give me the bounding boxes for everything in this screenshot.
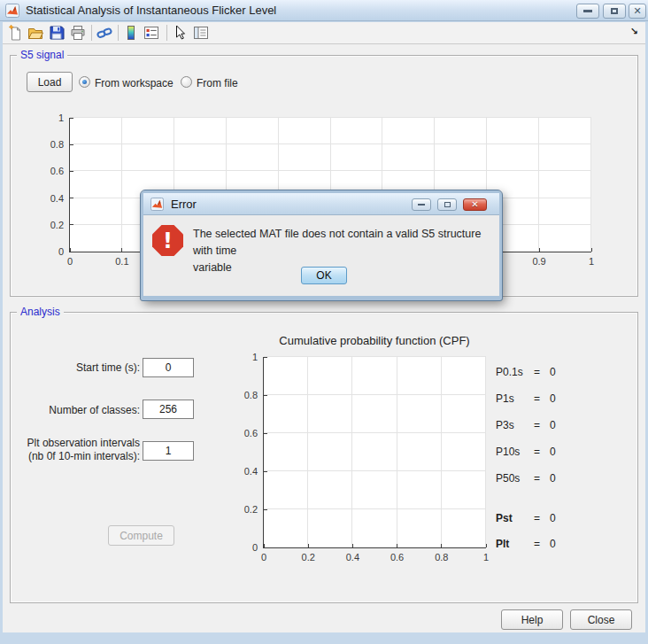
tick-mark [397,544,397,547]
restore-button[interactable] [603,4,626,19]
radio-from-workspace[interactable] [79,76,90,88]
axis-tick-label: 0.6 [244,428,258,438]
gridline [70,144,591,144]
gridline [397,357,397,547]
result-row-plt: Plt=0 [496,538,602,552]
axis-tick-label: 0 [261,552,266,563]
result-row-p50s: P50s=0 [496,472,602,486]
close-icon: ✕ [633,6,641,16]
plt-intervals-label-line1: Plt observation intervals [3,437,140,449]
compute-button[interactable]: Compute [108,525,174,546]
number-of-classes-input[interactable] [143,400,194,419]
client-area: S5 signal Load From workspace From file … [3,44,645,632]
radio-from-file-label[interactable]: From file [197,77,238,89]
tick-mark [264,357,267,358]
close-button[interactable]: Close [570,609,632,630]
result-row-pst: Pst=0 [496,512,602,526]
axis-tick-label: 0.2 [302,552,315,563]
result-row-p10s: P10s=0 [496,446,602,460]
result-row-p3s: P3s=0 [496,419,602,433]
axis-tick-label: 1 [483,552,489,563]
tick-mark [591,248,592,252]
toolbar-separator [166,25,167,41]
close-icon: ✕ [471,200,478,209]
axis-tick-label: 0.8 [50,139,64,150]
link-plot-icon[interactable] [96,25,112,41]
axis-tick-label: 0.4 [244,466,258,477]
minimize-icon [418,204,425,206]
error-dialog-title: Error [171,198,197,211]
plt-intervals-label-line2: (nb 0f 10-min intervals): [3,450,140,462]
axis-tick-label: 0.8 [244,390,258,400]
restore-icon [611,8,618,14]
cpf-plot: 00.20.40.60.8100.20.40.60.81 [263,357,486,548]
axis-tick-label: 1 [58,113,64,123]
minimize-button[interactable] [576,4,599,19]
tick-mark [539,248,540,252]
gridline [264,394,486,395]
tick-mark [308,544,309,547]
axis-tick-label: 0.9 [532,256,545,267]
start-time-input[interactable] [143,358,194,377]
tick-mark [70,224,73,225]
close-window-button[interactable]: ✕ [629,4,646,19]
gridline [264,356,486,357]
app-window: Statistical Analysis of Instantaneous Fl… [0,0,648,644]
tick-mark [264,547,267,548]
axis-tick-label: 0 [58,246,64,257]
gridline [441,357,442,547]
plot-browser-icon[interactable] [193,25,209,41]
new-file-icon[interactable] [7,25,23,41]
tick-mark [264,471,267,472]
axis-tick-label: 1 [252,352,258,362]
tick-mark [70,144,73,145]
tick-mark [70,252,73,252]
matlab-logo-icon [150,198,164,211]
dialog-close-button[interactable]: ✕ [463,198,487,211]
gridline [351,357,352,547]
tick-mark [486,544,487,547]
error-dialog-body: ! The selected MAT file does not contain… [143,215,499,296]
tick-mark [70,118,73,119]
axis-tick-label: 0.8 [435,552,448,563]
axis-tick-label: 1 [589,256,594,267]
print-icon[interactable] [70,25,86,41]
dialog-minimize-button[interactable] [412,198,431,211]
axis-tick-label: 0.6 [390,552,404,563]
dialog-restore-button[interactable] [437,198,457,211]
gridline [70,117,591,118]
toolbar-separator [91,25,92,41]
axis-tick-label: 0.2 [50,220,64,230]
analysis-panel-label: Analysis [17,306,64,318]
result-row-p01s: P0.1s=0 [496,366,602,380]
gridline [485,357,486,547]
save-icon[interactable] [49,25,65,41]
colorbar-icon[interactable] [123,25,139,41]
toolbar: ↘ [3,22,645,44]
edit-plot-arrow-icon[interactable] [172,25,188,41]
load-button[interactable]: Load [27,72,73,92]
tick-mark [264,395,267,396]
axis-tick-label: 0.4 [50,193,64,204]
gridline [264,508,486,509]
axis-tick-label: 0.6 [50,166,64,176]
restore-icon [444,202,451,207]
axis-tick-label: 0.4 [346,552,359,563]
toolbar-overflow-arrow[interactable]: ↘ [630,26,638,37]
start-time-label: Start time (s): [3,361,140,374]
title-bar: Statistical Analysis of Instantaneous Fl… [0,0,648,21]
window-title: Statistical Analysis of Instantaneous Fl… [26,4,276,17]
gridline [590,118,591,252]
axis-tick-label: 0.2 [244,504,258,515]
radio-from-file[interactable] [181,76,192,88]
radio-from-workspace-label[interactable]: From workspace [95,77,174,89]
insert-legend-icon[interactable] [143,25,159,41]
axis-tick-label: 0 [252,542,258,553]
open-file-icon[interactable] [27,25,43,41]
plt-intervals-input[interactable] [143,441,194,461]
gridline [70,170,591,171]
tick-mark [121,248,122,252]
error-dialog: Error ✕ ! The selected MAT file does not… [141,190,502,300]
help-button[interactable]: Help [501,609,563,630]
ok-button[interactable]: OK [301,267,347,284]
